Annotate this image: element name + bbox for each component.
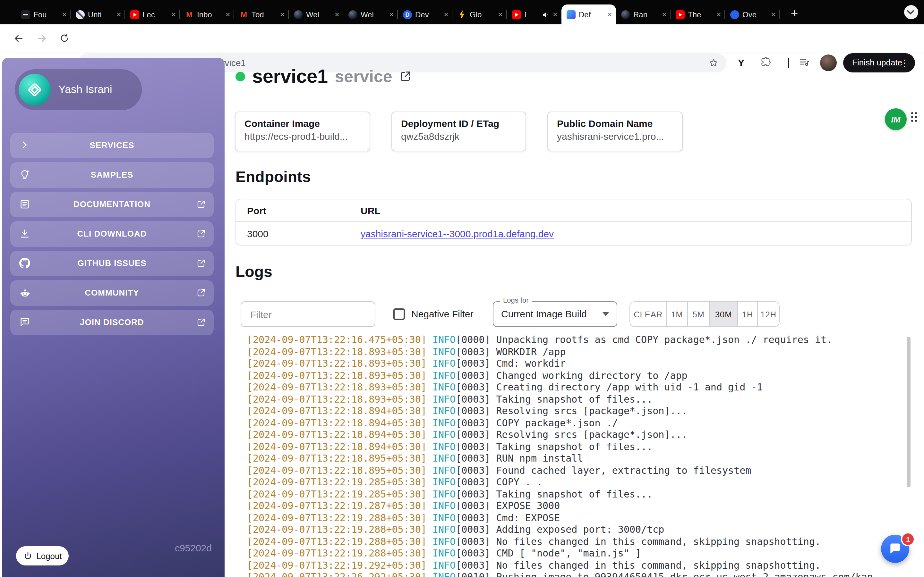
browser-tab[interactable]: Glo× [452,5,507,24]
log-timestamp: [2024-09-07T13:22:19.288+05:30] [247,512,427,524]
browser-tab[interactable]: Fou× [16,5,71,24]
status-dot-icon [236,71,245,81]
sidebar-item-documentation[interactable]: DOCUMENTATION [10,192,214,218]
log-timestamp: [2024-09-07T13:22:18.893+05:30] [247,358,427,369]
tab-close-icon[interactable]: × [280,10,285,19]
tab-close-icon[interactable]: × [334,10,339,19]
tab-close-icon[interactable]: × [716,10,721,19]
browser-tab[interactable]: Ran× [616,5,670,24]
forward-button[interactable] [36,33,47,44]
profile-avatar[interactable] [820,55,837,71]
browser-menu-kebab-icon[interactable]: ⋮ [900,53,909,73]
browser-tab[interactable]: Lec× [125,5,180,24]
browser-tab[interactable]: Unti× [71,5,125,24]
log-timestamp: [2024-09-07T13:22:18.893+05:30] [247,370,427,381]
browser-tab-active[interactable]: Def× [561,5,616,24]
bookmark-star-icon[interactable] [708,58,719,71]
log-code: [0003] [456,358,490,369]
log-timestamp: [2024-09-07T13:22:26.292+05:30] [247,571,427,577]
sidebar-item-github-issues[interactable]: GITHUB ISSUES [10,251,214,276]
sidebar-item-samples[interactable]: SAMPLES [10,162,214,188]
extension-y-icon[interactable]: Y [738,57,744,68]
lightning-favicon [457,10,467,19]
tab-close-icon[interactable]: × [498,10,503,19]
card-value: https://ecs-prod1-build... [244,131,360,142]
browser-tab[interactable]: MInbo× [180,5,234,24]
logs-for-label: Logs for [500,296,532,304]
browser-tab[interactable]: Wel× [343,5,398,24]
tab-close-icon[interactable]: × [444,10,449,19]
tab-audio-icon[interactable] [542,11,549,18]
back-button[interactable] [13,33,24,44]
browser-tab[interactable]: Wel× [289,5,343,24]
tab-close-icon[interactable]: × [771,10,776,19]
tab-title: The [688,10,713,19]
log-code: [0003] [456,429,490,440]
sidebar-item-community[interactable]: COMMUNITY [10,280,214,306]
external-link-icon [196,288,206,300]
tab-close-icon[interactable]: × [171,10,176,19]
extension-overlay-badge[interactable]: IM [885,108,907,130]
filter-input[interactable] [241,301,375,327]
tab-close-icon[interactable]: × [226,10,230,19]
log-code: [0003] [456,488,490,500]
range-12h-button[interactable]: 12H [757,302,779,326]
log-message: Changed working directory to /app [496,370,688,381]
log-code: [0003] [456,441,490,452]
reload-button[interactable] [59,33,71,44]
card-container-image: Container Image https://ecs-prod1-build.… [235,111,370,151]
log-level: INFO [433,382,456,393]
log-code: [0003] [456,548,490,559]
tab-close-icon[interactable]: × [553,10,557,19]
logs-for-select[interactable]: Logs for Current Image Build [493,301,617,327]
info-cards: Container Image https://ecs-prod1-build.… [235,111,683,151]
log-level: INFO [433,559,456,571]
tab-close-icon[interactable]: × [662,10,667,19]
browser-tab[interactable]: I× [507,5,561,24]
sidebar-item-cli-download[interactable]: CLI DOWNLOAD [10,221,214,247]
log-code: [0003] [456,464,490,476]
tab-close-icon[interactable]: × [607,10,612,19]
logout-button[interactable]: Logout [16,546,69,566]
log-line: [2024-09-07T13:22:18.894+05:30]INFO[0003… [242,405,913,417]
finish-update-button[interactable]: Finish update ⋮ [843,53,915,73]
drag-handle-icon[interactable] [911,112,917,122]
browser-tab[interactable]: MTod× [234,5,289,24]
tab-list: Fou× Unti× Lec× MInbo× MTod× Wel× Wel× D… [16,5,780,24]
browser-tab[interactable]: The× [670,5,725,24]
log-line: [2024-09-07T13:22:18.894+05:30]INFO[0003… [242,417,913,429]
tab-favicon [76,10,85,19]
media-queue-icon[interactable] [798,56,810,71]
open-service-external-link-icon[interactable] [399,70,412,83]
tab-close-icon[interactable]: × [116,10,121,19]
sidebar-item-join-discord[interactable]: JOIN DISCORD [10,309,214,335]
sidebar-item-label: DOCUMENTATION [10,192,214,218]
log-message: Taking snapshot of files... [496,441,653,452]
tab-search-button[interactable] [904,5,918,19]
browser-window: Fou× Unti× Lec× MInbo× MTod× Wel× Wel× D… [0,0,924,577]
log-level: INFO [433,358,456,369]
range-1m-button[interactable]: 1M [666,302,687,326]
log-timestamp: [2024-09-07T13:22:18.894+05:30] [247,429,427,440]
log-level: INFO [433,476,456,488]
browser-tab[interactable]: DDev× [398,5,452,24]
range-5m-button[interactable]: 5M [687,302,709,326]
endpoint-url-link[interactable]: yashisrani-service1--3000.prod1a.defang.… [360,228,554,239]
new-tab-button[interactable]: + [785,5,803,23]
sidebar-item-services[interactable]: SERVICES [10,133,214,158]
tab-title: Lec [142,10,168,19]
tab-close-icon[interactable]: × [62,10,67,19]
browser-tab[interactable]: Ove× [725,5,780,24]
range-30m-button[interactable]: 30M [709,302,737,326]
card-value: yashisrani-service1.pro... [557,131,673,142]
logs-scrollbar[interactable] [907,337,911,487]
logs-panel[interactable]: [2024-09-07T13:22:16.475+05:30]INFO[0000… [242,334,913,577]
log-line: [2024-09-07T13:22:18.893+05:30]INFO[0003… [242,393,913,405]
log-line: [2024-09-07T13:22:19.288+05:30]INFO[0003… [242,536,913,548]
tab-close-icon[interactable]: × [389,10,394,19]
range-1h-button[interactable]: 1H [737,302,757,326]
clear-button[interactable]: CLEAR [630,302,666,326]
log-message: Adding exposed port: 3000/tcp [496,524,664,535]
negative-filter-checkbox[interactable] [393,308,405,320]
extensions-puzzle-icon[interactable] [760,56,771,71]
